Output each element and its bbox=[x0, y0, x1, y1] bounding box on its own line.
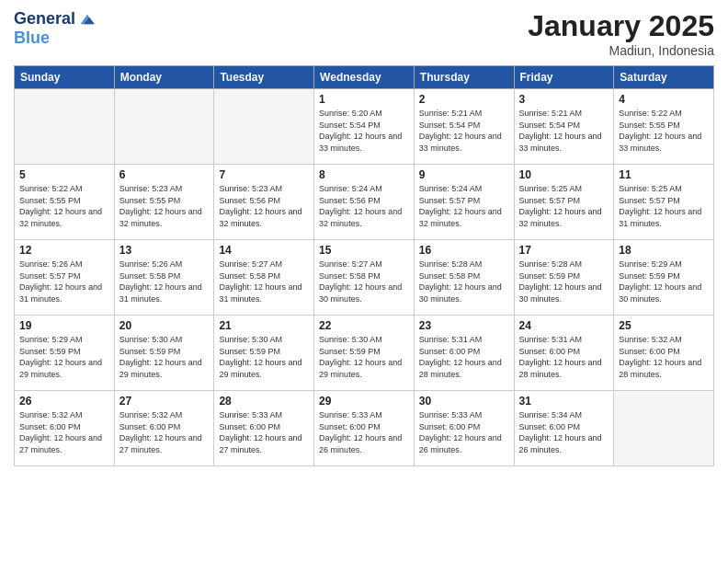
day-info: Sunrise: 5:33 AMSunset: 6:00 PMDaylight:… bbox=[319, 409, 409, 455]
month-title: January 2025 bbox=[528, 9, 714, 43]
calendar-cell: 13Sunrise: 5:26 AMSunset: 5:58 PMDayligh… bbox=[114, 240, 214, 316]
day-info: Sunrise: 5:25 AMSunset: 5:57 PMDaylight:… bbox=[519, 183, 609, 229]
day-number: 9 bbox=[419, 168, 509, 181]
col-header-wednesday: Wednesday bbox=[314, 66, 415, 89]
day-info: Sunrise: 5:26 AMSunset: 5:57 PMDaylight:… bbox=[19, 259, 109, 304]
day-info: Sunrise: 5:30 AMSunset: 5:59 PMDaylight:… bbox=[219, 334, 309, 380]
day-info: Sunrise: 5:30 AMSunset: 5:59 PMDaylight:… bbox=[119, 334, 210, 380]
col-header-saturday: Saturday bbox=[614, 66, 714, 89]
day-info: Sunrise: 5:22 AMSunset: 5:55 PMDaylight:… bbox=[619, 108, 709, 154]
day-number: 6 bbox=[119, 168, 210, 181]
calendar-cell: 5Sunrise: 5:22 AMSunset: 5:55 PMDaylight… bbox=[15, 165, 115, 240]
day-number: 7 bbox=[219, 168, 309, 181]
day-number: 25 bbox=[619, 319, 709, 332]
calendar-cell: 11Sunrise: 5:25 AMSunset: 5:57 PMDayligh… bbox=[614, 165, 714, 240]
day-info: Sunrise: 5:33 AMSunset: 6:00 PMDaylight:… bbox=[219, 409, 309, 455]
calendar-cell bbox=[214, 89, 314, 165]
day-number: 14 bbox=[219, 244, 309, 257]
day-number: 23 bbox=[419, 319, 509, 332]
day-number: 1 bbox=[319, 93, 409, 106]
day-number: 28 bbox=[219, 395, 309, 408]
day-number: 4 bbox=[619, 93, 709, 106]
day-number: 10 bbox=[519, 168, 609, 181]
calendar-header-row: SundayMondayTuesdayWednesdayThursdayFrid… bbox=[15, 66, 714, 89]
day-info: Sunrise: 5:26 AMSunset: 5:58 PMDaylight:… bbox=[119, 259, 210, 304]
col-header-thursday: Thursday bbox=[414, 66, 514, 89]
week-row-5: 26Sunrise: 5:32 AMSunset: 6:00 PMDayligh… bbox=[15, 391, 714, 466]
day-number: 29 bbox=[319, 395, 409, 408]
day-info: Sunrise: 5:23 AMSunset: 5:56 PMDaylight:… bbox=[219, 183, 309, 229]
calendar-cell: 27Sunrise: 5:32 AMSunset: 6:00 PMDayligh… bbox=[114, 391, 214, 466]
day-info: Sunrise: 5:28 AMSunset: 5:59 PMDaylight:… bbox=[519, 259, 609, 304]
day-info: Sunrise: 5:31 AMSunset: 6:00 PMDaylight:… bbox=[519, 334, 609, 380]
week-row-4: 19Sunrise: 5:29 AMSunset: 5:59 PMDayligh… bbox=[15, 316, 714, 391]
day-info: Sunrise: 5:25 AMSunset: 5:57 PMDaylight:… bbox=[619, 183, 709, 229]
calendar: SundayMondayTuesdayWednesdayThursdayFrid… bbox=[14, 65, 714, 466]
day-info: Sunrise: 5:24 AMSunset: 5:57 PMDaylight:… bbox=[419, 183, 509, 229]
page: General Blue January 2025 Madiun, Indone… bbox=[0, 0, 728, 563]
day-info: Sunrise: 5:31 AMSunset: 6:00 PMDaylight:… bbox=[419, 334, 509, 380]
day-info: Sunrise: 5:29 AMSunset: 5:59 PMDaylight:… bbox=[19, 334, 109, 380]
day-number: 17 bbox=[519, 244, 609, 257]
calendar-cell: 1Sunrise: 5:20 AMSunset: 5:54 PMDaylight… bbox=[314, 89, 415, 165]
day-number: 12 bbox=[19, 244, 109, 257]
header: General Blue January 2025 Madiun, Indone… bbox=[14, 9, 714, 58]
day-number: 13 bbox=[119, 244, 210, 257]
day-number: 31 bbox=[519, 395, 609, 408]
col-header-monday: Monday bbox=[114, 66, 214, 89]
calendar-cell: 26Sunrise: 5:32 AMSunset: 6:00 PMDayligh… bbox=[15, 391, 115, 466]
title-block: January 2025 Madiun, Indonesia bbox=[528, 9, 714, 58]
calendar-cell: 21Sunrise: 5:30 AMSunset: 5:59 PMDayligh… bbox=[214, 316, 314, 391]
day-info: Sunrise: 5:21 AMSunset: 5:54 PMDaylight:… bbox=[519, 108, 609, 154]
day-number: 27 bbox=[119, 395, 210, 408]
calendar-cell: 28Sunrise: 5:33 AMSunset: 6:00 PMDayligh… bbox=[214, 391, 314, 466]
day-number: 8 bbox=[319, 168, 409, 181]
day-number: 30 bbox=[419, 395, 509, 408]
calendar-cell: 6Sunrise: 5:23 AMSunset: 5:55 PMDaylight… bbox=[114, 165, 214, 240]
day-info: Sunrise: 5:21 AMSunset: 5:54 PMDaylight:… bbox=[419, 108, 509, 154]
day-info: Sunrise: 5:32 AMSunset: 6:00 PMDaylight:… bbox=[119, 409, 210, 455]
calendar-cell: 9Sunrise: 5:24 AMSunset: 5:57 PMDaylight… bbox=[414, 165, 514, 240]
day-number: 26 bbox=[19, 395, 109, 408]
calendar-cell: 17Sunrise: 5:28 AMSunset: 5:59 PMDayligh… bbox=[514, 240, 614, 316]
day-number: 16 bbox=[419, 244, 509, 257]
calendar-cell: 15Sunrise: 5:27 AMSunset: 5:58 PMDayligh… bbox=[314, 240, 415, 316]
day-number: 11 bbox=[619, 168, 709, 181]
day-info: Sunrise: 5:32 AMSunset: 6:00 PMDaylight:… bbox=[619, 334, 709, 380]
day-number: 5 bbox=[19, 168, 109, 181]
day-info: Sunrise: 5:20 AMSunset: 5:54 PMDaylight:… bbox=[319, 108, 409, 154]
week-row-3: 12Sunrise: 5:26 AMSunset: 5:57 PMDayligh… bbox=[15, 240, 714, 316]
calendar-cell: 23Sunrise: 5:31 AMSunset: 6:00 PMDayligh… bbox=[414, 316, 514, 391]
day-info: Sunrise: 5:30 AMSunset: 5:59 PMDaylight:… bbox=[319, 334, 409, 380]
calendar-cell: 31Sunrise: 5:34 AMSunset: 6:00 PMDayligh… bbox=[514, 391, 614, 466]
day-info: Sunrise: 5:24 AMSunset: 5:56 PMDaylight:… bbox=[319, 183, 409, 229]
calendar-cell bbox=[614, 391, 714, 466]
day-info: Sunrise: 5:23 AMSunset: 5:55 PMDaylight:… bbox=[119, 183, 210, 229]
calendar-cell: 4Sunrise: 5:22 AMSunset: 5:55 PMDaylight… bbox=[614, 89, 714, 165]
day-info: Sunrise: 5:32 AMSunset: 6:00 PMDaylight:… bbox=[19, 409, 109, 455]
calendar-cell: 3Sunrise: 5:21 AMSunset: 5:54 PMDaylight… bbox=[514, 89, 614, 165]
day-number: 19 bbox=[19, 319, 109, 332]
day-number: 22 bbox=[319, 319, 409, 332]
col-header-friday: Friday bbox=[514, 66, 614, 89]
location: Madiun, Indonesia bbox=[528, 43, 714, 58]
calendar-cell: 25Sunrise: 5:32 AMSunset: 6:00 PMDayligh… bbox=[614, 316, 714, 391]
logo-text-blue: Blue bbox=[14, 29, 50, 47]
calendar-cell bbox=[15, 89, 115, 165]
logo-text-general: General bbox=[14, 10, 75, 29]
calendar-cell: 20Sunrise: 5:30 AMSunset: 5:59 PMDayligh… bbox=[114, 316, 214, 391]
calendar-cell: 12Sunrise: 5:26 AMSunset: 5:57 PMDayligh… bbox=[15, 240, 115, 316]
calendar-cell: 19Sunrise: 5:29 AMSunset: 5:59 PMDayligh… bbox=[15, 316, 115, 391]
day-info: Sunrise: 5:34 AMSunset: 6:00 PMDaylight:… bbox=[519, 409, 609, 455]
col-header-tuesday: Tuesday bbox=[214, 66, 314, 89]
calendar-cell: 2Sunrise: 5:21 AMSunset: 5:54 PMDaylight… bbox=[414, 89, 514, 165]
day-info: Sunrise: 5:27 AMSunset: 5:58 PMDaylight:… bbox=[219, 259, 309, 304]
calendar-cell: 29Sunrise: 5:33 AMSunset: 6:00 PMDayligh… bbox=[314, 391, 415, 466]
day-number: 2 bbox=[419, 93, 509, 106]
day-number: 18 bbox=[619, 244, 709, 257]
calendar-cell bbox=[114, 89, 214, 165]
logo: General Blue bbox=[14, 9, 97, 48]
day-info: Sunrise: 5:28 AMSunset: 5:58 PMDaylight:… bbox=[419, 259, 509, 304]
week-row-2: 5Sunrise: 5:22 AMSunset: 5:55 PMDaylight… bbox=[15, 165, 714, 240]
week-row-1: 1Sunrise: 5:20 AMSunset: 5:54 PMDaylight… bbox=[15, 89, 714, 165]
